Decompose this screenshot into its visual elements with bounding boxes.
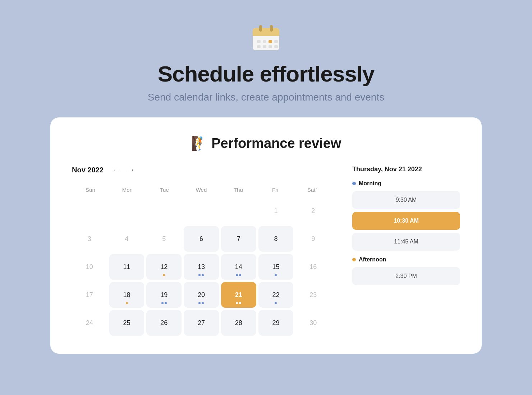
day-27[interactable]: 27: [184, 310, 219, 336]
day-13[interactable]: 13: [184, 254, 219, 280]
day-header-fri: Fri: [257, 185, 294, 195]
day-1: 1: [258, 198, 294, 224]
time-panel: Thursday, Nov 21 2022 Morning 9:30 AM 10…: [352, 166, 460, 336]
day-10: 10: [72, 254, 107, 280]
time-slot-230[interactable]: 2:30 PM: [352, 267, 460, 285]
week-4: 17 18 19 20: [72, 282, 331, 308]
calendar-weeks: 1 2 3 4 5 6 7 8 9 10: [72, 198, 331, 336]
card-title: 🧗 Performance review: [191, 135, 341, 151]
day-header-tue: Tue: [146, 185, 183, 195]
afternoon-section-label: Afternoon: [352, 256, 460, 263]
selected-date-label: Thursday, Nov 21 2022: [352, 166, 460, 173]
day-19[interactable]: 19: [146, 282, 182, 308]
svg-rect-5: [257, 40, 261, 43]
day-18[interactable]: 18: [109, 282, 145, 308]
day-21[interactable]: 21: [221, 282, 256, 308]
day-headers: Sun Mon Tue Wed Thu Fri Sat`: [72, 185, 331, 195]
hero-section: Schedule effortlessly Send calendar link…: [148, 22, 384, 103]
svg-rect-12: [274, 45, 278, 48]
week-5: 24 25 26 27 28 29 30: [72, 310, 331, 336]
day-22[interactable]: 22: [258, 282, 294, 308]
hero-title: Schedule effortlessly: [158, 61, 375, 87]
app-icon: [250, 22, 282, 54]
card-title-emoji: 🧗: [191, 136, 208, 151]
day-28[interactable]: 28: [221, 310, 256, 336]
svg-rect-11: [269, 45, 272, 48]
day-15[interactable]: 15: [258, 254, 294, 280]
main-card: 🧗 Performance review Nov 2022 ← → Sun Mo…: [50, 117, 482, 354]
svg-rect-10: [263, 45, 266, 48]
day-17: 17: [72, 282, 107, 308]
day-header-sat: Sat`: [294, 185, 331, 195]
calendar-grid: Sun Mon Tue Wed Thu Fri Sat`: [72, 185, 331, 336]
day-empty: [184, 198, 219, 224]
svg-rect-3: [259, 25, 262, 32]
week-3: 10 11 12 13 14: [72, 254, 331, 280]
day-25[interactable]: 25: [109, 310, 145, 336]
day-8[interactable]: 8: [258, 226, 294, 252]
day-empty: [146, 198, 182, 224]
morning-dot: [352, 182, 356, 185]
calendar-container: Nov 2022 ← → Sun Mon Tue Wed Thu Fri Sat…: [72, 166, 460, 336]
svg-rect-9: [257, 45, 261, 48]
svg-rect-4: [270, 25, 273, 32]
day-9: 9: [295, 226, 331, 252]
week-2: 3 4 5 6 7 8 9: [72, 226, 331, 252]
calendar-left: Nov 2022 ← → Sun Mon Tue Wed Thu Fri Sat…: [72, 166, 331, 336]
day-23: 23: [295, 282, 331, 308]
svg-rect-2: [253, 32, 279, 36]
svg-rect-6: [263, 40, 266, 43]
day-4: 4: [109, 226, 145, 252]
day-7[interactable]: 7: [221, 226, 256, 252]
day-24: 24: [72, 310, 107, 336]
day-empty: [221, 198, 256, 224]
day-header-thu: Thu: [220, 185, 257, 195]
day-empty: [109, 198, 145, 224]
day-5: 5: [146, 226, 182, 252]
day-14[interactable]: 14: [221, 254, 256, 280]
month-label: Nov 2022: [72, 166, 104, 174]
prev-month-button[interactable]: ←: [111, 166, 121, 175]
day-header-wed: Wed: [183, 185, 220, 195]
day-30: 30: [295, 310, 331, 336]
day-29[interactable]: 29: [258, 310, 294, 336]
svg-rect-8: [274, 40, 278, 43]
day-16: 16: [295, 254, 331, 280]
day-20[interactable]: 20: [184, 282, 219, 308]
day-header-mon: Mon: [109, 185, 146, 195]
nav-arrows: ← →: [111, 166, 137, 175]
morning-section-label: Morning: [352, 180, 460, 187]
day-2: 2: [295, 198, 331, 224]
hero-subtitle: Send calendar links, create appointments…: [148, 92, 384, 103]
week-1: 1 2: [72, 198, 331, 224]
day-3: 3: [72, 226, 107, 252]
day-header-sun: Sun: [72, 185, 109, 195]
day-6[interactable]: 6: [184, 226, 219, 252]
next-month-button[interactable]: →: [126, 166, 137, 175]
time-slot-1145[interactable]: 11:45 AM: [352, 233, 460, 251]
day-empty: [72, 198, 107, 224]
time-slot-1030[interactable]: 10:30 AM: [352, 212, 460, 230]
day-11[interactable]: 11: [109, 254, 145, 280]
calendar-header: Nov 2022 ← →: [72, 166, 331, 175]
afternoon-dot: [352, 258, 356, 261]
day-12[interactable]: 12: [146, 254, 182, 280]
day-26[interactable]: 26: [146, 310, 182, 336]
svg-rect-7: [269, 40, 272, 43]
time-slot-930[interactable]: 9:30 AM: [352, 191, 460, 209]
